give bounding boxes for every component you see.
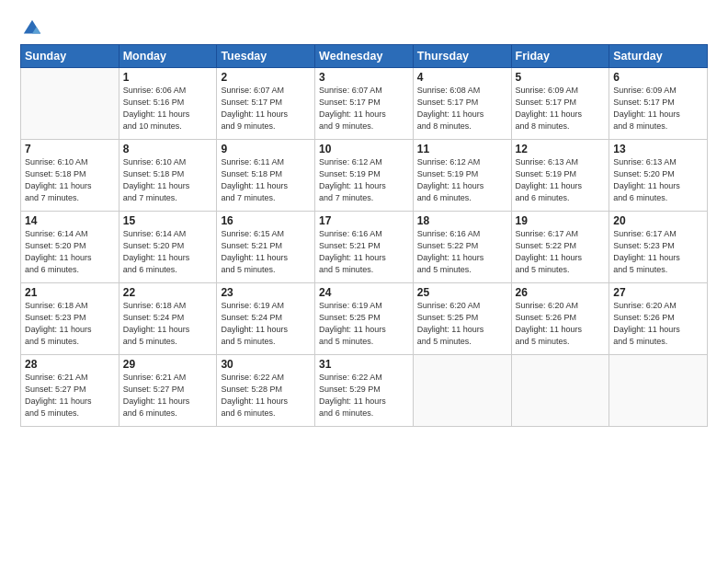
day-cell [511,355,609,427]
day-number: 20 [613,214,703,227]
day-detail: Sunrise: 6:07 AMSunset: 5:17 PMDaylight:… [221,85,311,132]
weekday-header-tuesday: Tuesday [217,45,315,68]
day-number: 30 [221,358,311,371]
day-detail: Sunrise: 6:20 AMSunset: 5:26 PMDaylight:… [516,300,606,348]
day-number: 27 [613,286,703,299]
day-cell: 2Sunrise: 6:07 AMSunset: 5:17 PMDaylight… [217,68,315,140]
day-number: 15 [123,214,213,227]
day-cell: 7Sunrise: 6:10 AMSunset: 5:18 PMDaylight… [21,140,119,212]
day-number: 26 [516,286,606,299]
day-cell: 15Sunrise: 6:14 AMSunset: 5:20 PMDayligh… [119,212,217,283]
day-number: 8 [123,143,213,155]
day-detail: Sunrise: 6:17 AMSunset: 5:22 PMDaylight:… [516,228,606,276]
day-cell [609,355,708,427]
day-number: 25 [417,286,507,299]
day-number: 14 [25,214,115,227]
day-cell: 13Sunrise: 6:13 AMSunset: 5:20 PMDayligh… [609,140,708,212]
day-number: 24 [319,286,409,299]
week-row-1: 1Sunrise: 6:06 AMSunset: 5:16 PMDaylight… [21,68,708,140]
day-detail: Sunrise: 6:14 AMSunset: 5:20 PMDaylight:… [123,228,213,276]
day-cell: 21Sunrise: 6:18 AMSunset: 5:23 PMDayligh… [21,283,119,355]
day-number: 19 [516,214,606,227]
weekday-header-monday: Monday [119,45,217,68]
day-detail: Sunrise: 6:20 AMSunset: 5:25 PMDaylight:… [417,300,507,348]
day-number: 7 [25,143,115,155]
day-detail: Sunrise: 6:20 AMSunset: 5:26 PMDaylight:… [613,300,703,348]
day-number: 6 [613,71,703,84]
day-detail: Sunrise: 6:11 AMSunset: 5:18 PMDaylight:… [221,156,311,204]
day-cell: 16Sunrise: 6:15 AMSunset: 5:21 PMDayligh… [217,212,315,283]
day-number: 10 [319,143,409,155]
day-detail: Sunrise: 6:22 AMSunset: 5:28 PMDaylight:… [221,372,311,419]
day-number: 11 [417,143,507,155]
day-number: 2 [221,71,311,84]
week-row-4: 21Sunrise: 6:18 AMSunset: 5:23 PMDayligh… [21,283,708,355]
day-cell: 4Sunrise: 6:08 AMSunset: 5:17 PMDaylight… [413,68,511,140]
day-cell: 31Sunrise: 6:22 AMSunset: 5:29 PMDayligh… [315,355,414,427]
week-row-5: 28Sunrise: 6:21 AMSunset: 5:27 PMDayligh… [21,355,708,427]
day-detail: Sunrise: 6:16 AMSunset: 5:22 PMDaylight:… [417,228,507,276]
day-number: 5 [516,71,606,84]
day-detail: Sunrise: 6:17 AMSunset: 5:23 PMDaylight:… [613,228,703,276]
day-number: 22 [123,286,213,299]
day-detail: Sunrise: 6:06 AMSunset: 5:16 PMDaylight:… [123,85,213,132]
day-cell: 28Sunrise: 6:21 AMSunset: 5:27 PMDayligh… [21,355,119,427]
day-cell: 12Sunrise: 6:13 AMSunset: 5:19 PMDayligh… [511,140,609,212]
day-cell: 3Sunrise: 6:07 AMSunset: 5:17 PMDaylight… [315,68,414,140]
day-detail: Sunrise: 6:21 AMSunset: 5:27 PMDaylight:… [123,372,213,419]
day-detail: Sunrise: 6:12 AMSunset: 5:19 PMDaylight:… [319,156,409,204]
day-detail: Sunrise: 6:13 AMSunset: 5:19 PMDaylight:… [516,156,606,204]
day-cell: 22Sunrise: 6:18 AMSunset: 5:24 PMDayligh… [119,283,217,355]
day-cell: 17Sunrise: 6:16 AMSunset: 5:21 PMDayligh… [315,212,414,283]
logo [20,20,42,39]
day-cell: 20Sunrise: 6:17 AMSunset: 5:23 PMDayligh… [609,212,708,283]
day-cell: 8Sunrise: 6:10 AMSunset: 5:18 PMDaylight… [119,140,217,212]
logo-icon [22,18,42,39]
day-detail: Sunrise: 6:13 AMSunset: 5:20 PMDaylight:… [613,156,703,204]
day-cell: 1Sunrise: 6:06 AMSunset: 5:16 PMDaylight… [119,68,217,140]
day-cell: 26Sunrise: 6:20 AMSunset: 5:26 PMDayligh… [511,283,609,355]
day-detail: Sunrise: 6:09 AMSunset: 5:17 PMDaylight:… [613,85,703,132]
day-detail: Sunrise: 6:10 AMSunset: 5:18 PMDaylight:… [123,156,213,204]
weekday-header-thursday: Thursday [413,45,511,68]
day-number: 29 [123,358,213,371]
calendar-table: SundayMondayTuesdayWednesdayThursdayFrid… [20,44,708,427]
weekday-header-saturday: Saturday [609,45,708,68]
day-number: 4 [417,71,507,84]
weekday-header-sunday: Sunday [21,45,119,68]
day-detail: Sunrise: 6:15 AMSunset: 5:21 PMDaylight:… [221,228,311,276]
day-detail: Sunrise: 6:18 AMSunset: 5:24 PMDaylight:… [123,300,213,348]
day-number: 12 [516,143,606,155]
calendar-page: SundayMondayTuesdayWednesdayThursdayFrid… [0,0,728,563]
day-number: 17 [319,214,409,227]
day-cell: 18Sunrise: 6:16 AMSunset: 5:22 PMDayligh… [413,212,511,283]
day-number: 3 [319,71,409,84]
day-detail: Sunrise: 6:14 AMSunset: 5:20 PMDaylight:… [25,228,115,276]
day-cell: 23Sunrise: 6:19 AMSunset: 5:24 PMDayligh… [217,283,315,355]
weekday-header-row: SundayMondayTuesdayWednesdayThursdayFrid… [21,45,708,68]
day-number: 1 [123,71,213,84]
day-cell: 5Sunrise: 6:09 AMSunset: 5:17 PMDaylight… [511,68,609,140]
day-detail: Sunrise: 6:08 AMSunset: 5:17 PMDaylight:… [417,85,507,132]
day-number: 9 [221,143,311,155]
day-number: 16 [221,214,311,227]
day-detail: Sunrise: 6:21 AMSunset: 5:27 PMDaylight:… [25,372,115,419]
day-number: 31 [319,358,409,371]
day-detail: Sunrise: 6:07 AMSunset: 5:17 PMDaylight:… [319,85,409,132]
day-cell [21,68,119,140]
day-cell: 11Sunrise: 6:12 AMSunset: 5:19 PMDayligh… [413,140,511,212]
day-cell: 30Sunrise: 6:22 AMSunset: 5:28 PMDayligh… [217,355,315,427]
day-cell: 6Sunrise: 6:09 AMSunset: 5:17 PMDaylight… [609,68,708,140]
week-row-3: 14Sunrise: 6:14 AMSunset: 5:20 PMDayligh… [21,212,708,283]
weekday-header-friday: Friday [511,45,609,68]
day-cell: 19Sunrise: 6:17 AMSunset: 5:22 PMDayligh… [511,212,609,283]
day-number: 13 [613,143,703,155]
day-number: 18 [417,214,507,227]
day-detail: Sunrise: 6:22 AMSunset: 5:29 PMDaylight:… [319,372,409,419]
day-detail: Sunrise: 6:18 AMSunset: 5:23 PMDaylight:… [25,300,115,348]
header [20,17,708,39]
day-number: 23 [221,286,311,299]
day-cell: 9Sunrise: 6:11 AMSunset: 5:18 PMDaylight… [217,140,315,212]
day-detail: Sunrise: 6:10 AMSunset: 5:18 PMDaylight:… [25,156,115,204]
day-number: 21 [25,286,115,299]
